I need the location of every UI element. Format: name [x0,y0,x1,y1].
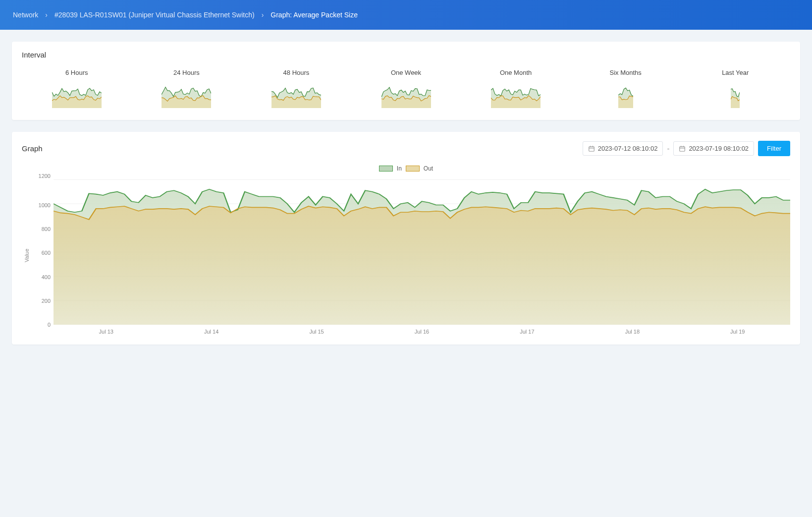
x-axis-ticks: Jul 13Jul 14Jul 15Jul 16Jul 17Jul 18Jul … [54,329,790,335]
interval-label: One Week [391,69,421,76]
x-tick: Jul 16 [369,329,474,335]
legend-label-out: Out [424,165,433,172]
legend-swatch-in [379,166,393,172]
y-tick: 800 [32,227,54,232]
interval-thumbnail [618,83,633,108]
svg-rect-4 [680,146,685,151]
y-tick: 600 [32,250,54,256]
svg-rect-0 [589,146,594,151]
breadcrumb-current: Graph: Average Packet Size [271,11,358,19]
interval-option[interactable]: One Month [461,69,571,108]
range-separator: - [667,144,669,153]
interval-thumbnail [162,83,211,108]
interval-option[interactable]: Six Months [571,69,681,108]
legend-label-in: In [397,165,402,172]
x-tick: Jul 13 [54,329,159,335]
chevron-right-icon: › [45,11,48,19]
interval-panel: Interval 6 Hours24 Hours48 HoursOne Week… [12,42,800,120]
interval-thumbnail [731,83,740,108]
filter-button[interactable]: Filter [758,141,790,156]
breadcrumb-network[interactable]: Network [13,11,38,19]
date-from-input[interactable]: 2023-07-12 08:10:02 [583,141,663,156]
interval-thumbnail [52,83,102,108]
interval-thumbnail [491,83,541,108]
breadcrumb: Network › #28039 LAS-R01SW01 (Juniper Vi… [0,0,812,30]
breadcrumb-device[interactable]: #28039 LAS-R01SW01 (Juniper Virtual Chas… [54,11,255,19]
y-axis-ticks: 020040060080010001200 [32,176,54,325]
x-tick: Jul 14 [159,329,264,335]
y-tick: 0 [32,322,54,327]
interval-title: Interval [22,51,46,59]
interval-option[interactable]: 6 Hours [22,69,132,108]
interval-thumbnail [271,83,321,108]
calendar-icon [588,145,595,152]
interval-label: Six Months [610,69,642,76]
y-tick: 200 [32,298,54,303]
interval-option[interactable]: Last Year [680,69,790,108]
calendar-icon [679,145,686,152]
graph-title: Graph [22,144,43,153]
date-to-input[interactable]: 2023-07-19 08:10:02 [673,141,754,156]
graph-panel: Graph 2023-07-12 08:10:02 - 2023-07-19 0… [12,132,800,345]
x-tick: Jul 17 [475,329,580,335]
date-from-value: 2023-07-12 08:10:02 [598,145,658,152]
y-tick: 1000 [32,203,54,208]
interval-label: 6 Hours [65,69,88,76]
interval-option[interactable]: One Week [351,69,461,108]
interval-label: 48 Hours [283,69,310,76]
y-axis-label: Value [22,176,32,335]
x-tick: Jul 15 [264,329,369,335]
interval-label: Last Year [722,69,749,76]
y-tick: 400 [32,274,54,280]
x-tick: Jul 19 [685,329,790,335]
interval-label: One Month [500,69,532,76]
interval-option[interactable]: 48 Hours [241,69,351,108]
chevron-right-icon: › [262,11,264,19]
legend-swatch-out [406,166,420,172]
interval-thumbnail [381,83,431,108]
x-tick: Jul 18 [580,329,685,335]
graph-controls: 2023-07-12 08:10:02 - 2023-07-19 08:10:0… [583,141,790,156]
interval-label: 24 Hours [173,69,200,76]
interval-option[interactable]: 24 Hours [132,69,242,108]
chart-plot[interactable] [54,176,790,325]
date-to-value: 2023-07-19 08:10:02 [689,145,749,152]
y-tick: 1200 [32,173,54,179]
chart-legend: In Out [22,161,790,176]
